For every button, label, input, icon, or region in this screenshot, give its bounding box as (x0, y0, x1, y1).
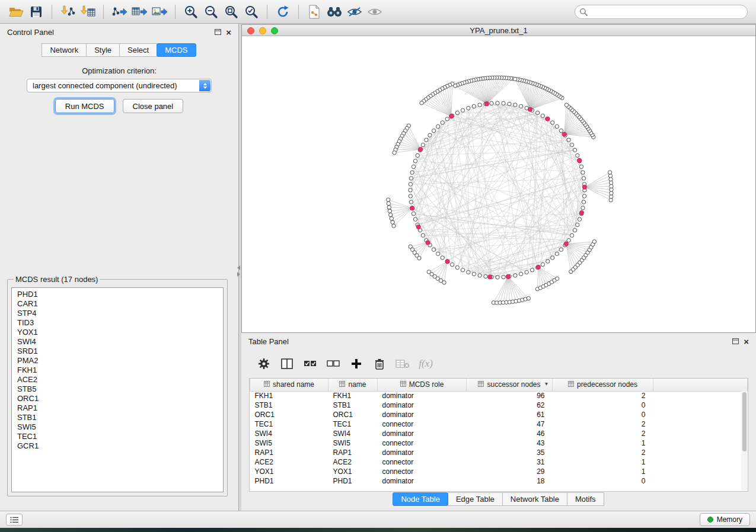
tab-select[interactable]: Select (119, 43, 157, 57)
cell[interactable]: ORC1 (250, 410, 328, 419)
table-row-FKH1[interactable]: FKH1FKH1dominator962 (250, 391, 748, 400)
column-header-shared-name[interactable]: shared name (250, 379, 328, 391)
mcds-result-item[interactable]: YOX1 (17, 328, 223, 337)
cell[interactable]: connector (378, 457, 467, 467)
network-window-titlebar[interactable]: YPA_prune.txt_1 (242, 25, 755, 36)
cell[interactable]: SWI4 (250, 429, 328, 438)
cell[interactable]: 0 (553, 410, 653, 419)
cell[interactable]: STB1 (328, 400, 378, 410)
cell[interactable]: TEC1 (328, 419, 378, 429)
cell[interactable]: 1 (553, 457, 653, 467)
tab-motifs[interactable]: Motifs (567, 492, 604, 506)
export-image-button[interactable] (149, 3, 170, 21)
cell[interactable]: dominator (378, 448, 467, 457)
hide-graphics-details-button[interactable] (344, 3, 365, 21)
cell[interactable]: SWI4 (328, 429, 378, 438)
table-row-YOX1[interactable]: YOX1YOX1connector291 (250, 467, 748, 476)
refresh-layout-button[interactable] (273, 3, 293, 21)
cell[interactable]: 1 (553, 467, 653, 476)
export-table-button[interactable] (129, 3, 149, 21)
function-builder-button[interactable]: f(x) (418, 356, 433, 371)
cell[interactable]: 2 (553, 448, 653, 457)
table-row-ACE2[interactable]: ACE2ACE2connector311 (250, 457, 748, 467)
tab-edge-table[interactable]: Edge Table (448, 492, 503, 506)
open-file-button[interactable] (6, 3, 26, 21)
mcds-result-item[interactable]: GCR1 (17, 441, 223, 451)
cell[interactable]: YOX1 (250, 467, 328, 476)
cell[interactable]: dominator (378, 410, 467, 419)
cell[interactable]: RAP1 (250, 448, 328, 457)
column-header-name[interactable]: name (328, 379, 378, 391)
cell[interactable]: ACE2 (250, 457, 328, 467)
zoom-out-button[interactable] (201, 3, 221, 21)
cell[interactable]: 46 (467, 429, 553, 438)
search-input[interactable] (575, 5, 748, 19)
mcds-result-item[interactable]: PMA2 (17, 356, 223, 366)
cell[interactable]: 2 (553, 429, 653, 438)
mcds-result-item[interactable]: SRD1 (17, 347, 223, 356)
column-header-MCDS-role[interactable]: MCDS role (378, 379, 467, 391)
import-network-button[interactable] (58, 3, 78, 21)
cell[interactable]: SWI5 (250, 438, 328, 448)
mcds-result-item[interactable]: ORC1 (17, 394, 223, 403)
memory-button[interactable]: Memory (700, 513, 750, 526)
tab-network-table[interactable]: Network Table (502, 492, 567, 506)
run-mcds-button[interactable]: Run MCDS (55, 99, 114, 113)
window-close-button[interactable] (247, 27, 254, 34)
cell[interactable]: 43 (467, 438, 553, 448)
table-row-TEC1[interactable]: TEC1TEC1connector472 (250, 419, 748, 429)
cell[interactable]: 31 (467, 457, 553, 467)
float-table-panel-icon[interactable] (732, 338, 739, 344)
column-header-predecessor-nodes[interactable]: predecessor nodes (553, 379, 653, 391)
cell[interactable]: FKH1 (250, 391, 328, 400)
cell[interactable]: TEC1 (250, 419, 328, 429)
cell[interactable]: dominator (378, 391, 467, 400)
mcds-result-item[interactable]: CAR1 (17, 299, 223, 309)
table-scrollbar[interactable] (741, 391, 747, 491)
column-header-successor-nodes[interactable]: successor nodes▾ (467, 379, 553, 391)
cell[interactable]: connector (378, 438, 467, 448)
cell[interactable]: dominator (378, 429, 467, 438)
delete-column-button[interactable] (372, 356, 387, 371)
add-column-button[interactable] (349, 356, 364, 371)
cell[interactable]: 2 (553, 391, 653, 400)
mcds-result-item[interactable]: STB1 (17, 413, 223, 422)
import-table-button[interactable] (78, 3, 98, 21)
tab-network[interactable]: Network (42, 43, 87, 57)
mcds-result-item[interactable]: SWI5 (17, 422, 223, 432)
mcds-result-item[interactable]: STP4 (17, 309, 223, 318)
table-row-SWI4[interactable]: SWI4SWI4dominator462 (250, 429, 748, 438)
cell[interactable]: 1 (553, 438, 653, 448)
cell[interactable]: 47 (467, 419, 553, 429)
close-mcds-panel-button[interactable]: Close panel (123, 99, 184, 113)
cell[interactable]: 29 (467, 467, 553, 476)
mcds-result-item[interactable]: TEC1 (17, 432, 223, 441)
save-session-button[interactable] (26, 3, 46, 21)
cell[interactable]: connector (378, 467, 467, 476)
table-row-PHD1[interactable]: PHD1PHD1dominator180 (250, 476, 748, 486)
scrollbar-thumb[interactable] (742, 392, 747, 451)
cell[interactable]: 2 (553, 419, 653, 429)
export-network-button[interactable] (109, 3, 129, 21)
close-panel-icon[interactable]: × (226, 28, 231, 37)
network-canvas[interactable] (242, 36, 755, 332)
cell[interactable]: PHD1 (250, 476, 328, 486)
cell[interactable]: RAP1 (328, 448, 378, 457)
cell[interactable]: 0 (553, 400, 653, 410)
mcds-result-item[interactable]: PHD1 (17, 290, 223, 299)
mcds-result-item[interactable]: SWI4 (17, 337, 223, 347)
cell[interactable]: ORC1 (328, 410, 378, 419)
show-columns-button[interactable] (279, 356, 295, 371)
mcds-result-list[interactable]: PHD1CAR1STP4TID3YOX1SWI4SRD1PMA2FKH1ACE2… (11, 287, 224, 492)
first-neighbors-button[interactable] (324, 3, 344, 21)
cell[interactable]: STB1 (250, 400, 328, 410)
table-row-STB1[interactable]: STB1STB1dominator620 (250, 400, 748, 410)
table-row-ORC1[interactable]: ORC1ORC1dominator610 (250, 410, 748, 419)
window-zoom-button[interactable] (271, 27, 278, 34)
cell[interactable]: SWI5 (328, 438, 378, 448)
float-panel-icon[interactable] (215, 29, 221, 35)
cell[interactable]: dominator (378, 400, 467, 410)
table-options-button[interactable] (256, 356, 272, 371)
deselect-all-rows-button[interactable] (326, 356, 341, 371)
cell[interactable]: 35 (467, 448, 553, 457)
